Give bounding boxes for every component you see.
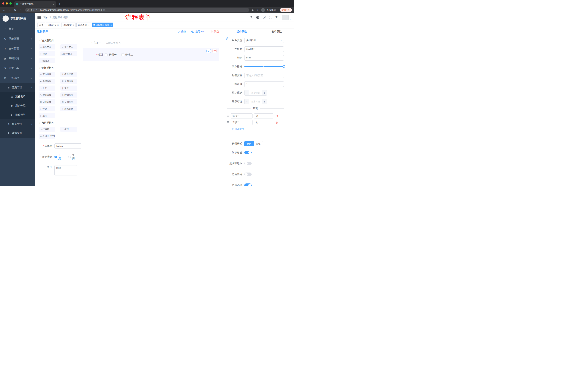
- component-item[interactable]: 123 计数器: [60, 51, 77, 56]
- component-item[interactable]: ⋔ 级联选择: [60, 72, 77, 77]
- sidebar-item[interactable]: ⋔ 任务管理 ∨: [0, 119, 35, 128]
- toggle-switch[interactable]: [244, 183, 252, 186]
- component-item[interactable]: ☆ 评分: [39, 106, 55, 111]
- component-type-select[interactable]: 多选框组 ∨: [244, 38, 284, 43]
- checkbox-box[interactable]: [105, 53, 107, 56]
- min-select-input[interactable]: [249, 90, 262, 95]
- drag-handle-icon[interactable]: ☰: [227, 114, 229, 117]
- drag-handle-icon[interactable]: ☰: [227, 121, 229, 124]
- view-tag[interactable]: 流程表单-编辑 ×: [92, 22, 114, 27]
- component-item[interactable]: ≡ 多行文本: [60, 44, 77, 50]
- sidebar-item[interactable]: ▣ 基础设施 ∨: [0, 53, 35, 63]
- remove-option-icon[interactable]: ⊖: [275, 121, 278, 124]
- label-width-input[interactable]: [244, 73, 284, 78]
- component-item[interactable]: ◫ 行容器: [39, 127, 55, 132]
- max-select-input[interactable]: [249, 99, 262, 104]
- search-icon[interactable]: [249, 16, 253, 19]
- decrease-button[interactable]: −: [244, 90, 249, 95]
- style-default-button[interactable]: 默认: [244, 141, 254, 146]
- sidebar-item[interactable]: ◔ 首页: [0, 24, 35, 34]
- remark-textarea[interactable]: 嘿嘿: [54, 165, 77, 175]
- component-item[interactable]: ◎ 下拉选择: [39, 72, 55, 77]
- form-grid-slider[interactable]: [244, 65, 284, 68]
- form-name-input[interactable]: [54, 143, 81, 149]
- tag-close-icon[interactable]: ×: [110, 24, 112, 26]
- decrease-button[interactable]: −: [244, 99, 249, 104]
- default-value-input[interactable]: [244, 81, 284, 87]
- view-tag[interactable]: 首页 ×: [37, 22, 45, 27]
- form-field-phone[interactable]: *手机号: [83, 40, 219, 46]
- link-icon[interactable]: [225, 37, 229, 40]
- font-size-icon[interactable]: TT: [275, 16, 278, 19]
- github-icon[interactable]: [256, 16, 259, 19]
- copy-component-button[interactable]: [206, 49, 211, 53]
- sidebar-item[interactable]: ▶ 流程模型: [0, 110, 35, 119]
- tag-close-icon[interactable]: ×: [88, 24, 89, 26]
- toggle-switch[interactable]: [244, 172, 252, 176]
- clear-button[interactable]: 清空: [210, 30, 219, 33]
- breadcrumb-home[interactable]: 首页: [43, 16, 48, 19]
- sidebar-item[interactable]: ⊞ 工作流程 ∧: [0, 73, 35, 83]
- sidebar-item[interactable]: ♟ 请假查询: [0, 128, 35, 138]
- component-item[interactable]: ☝ 按钮: [60, 127, 77, 132]
- help-icon[interactable]: ?: [263, 16, 266, 19]
- reload-icon[interactable]: ↻: [13, 8, 18, 12]
- tab-form-props[interactable]: 表单属性: [259, 28, 294, 35]
- component-item[interactable]: ▦ 日期选择: [39, 99, 55, 105]
- security-warning-icon[interactable]: ⚠: [27, 9, 29, 11]
- checkbox-option[interactable]: 选项一: [105, 53, 117, 56]
- toggle-switch[interactable]: [244, 162, 252, 165]
- component-item[interactable]: ↥ 上传: [39, 113, 55, 118]
- sidebar-item[interactable]: ☻ 用户分组: [0, 101, 35, 110]
- component-item[interactable]: ╪ 滑块: [60, 85, 77, 91]
- tag-close-icon[interactable]: ×: [57, 24, 59, 26]
- fullscreen-icon[interactable]: [269, 16, 272, 19]
- sidebar-toggle-icon[interactable]: [35, 16, 43, 19]
- toggle-switch[interactable]: [244, 151, 252, 154]
- view-tag[interactable]: 流程定义 ×: [46, 22, 60, 27]
- tag-close-icon[interactable]: ×: [73, 24, 74, 26]
- zoom-window-button[interactable]: [10, 2, 12, 5]
- component-item[interactable]: ∗ 密码: [39, 51, 55, 56]
- phone-input[interactable]: [103, 40, 219, 46]
- component-item[interactable]: ◷ 时间选择: [39, 93, 55, 97]
- radio-open[interactable]: 开启: [54, 154, 63, 160]
- field-name-input[interactable]: [244, 46, 284, 52]
- close-window-button[interactable]: [2, 2, 4, 5]
- minimize-window-button[interactable]: [6, 2, 8, 5]
- title-input[interactable]: [244, 55, 284, 61]
- component-item[interactable]: ⊸ 开关: [39, 85, 55, 91]
- tab-component-props[interactable]: 组件属性: [224, 28, 259, 35]
- browser-tab[interactable]: 芋道管理系统 ×: [14, 1, 56, 7]
- url-bar[interactable]: ⚠ 不安全 dashboard.yudao.iocoder.cn/bpm/man…: [25, 8, 249, 12]
- checkbox-box[interactable]: [121, 53, 124, 56]
- forward-icon[interactable]: →: [7, 9, 12, 12]
- component-item[interactable]: ▧ 日期范围: [60, 99, 77, 105]
- increase-button[interactable]: +: [262, 90, 267, 95]
- radio-closed[interactable]: 关闭: [68, 154, 77, 160]
- view-tag[interactable]: 流程表单 ×: [76, 22, 91, 27]
- checkbox-option[interactable]: 选项二: [121, 53, 133, 56]
- slider-handle[interactable]: [283, 65, 285, 68]
- sidebar-item[interactable]: ≣ 流程管理 ∧: [0, 83, 35, 92]
- component-item[interactable]: ▦ 表格[开发中]: [39, 134, 55, 139]
- view-tag[interactable]: 流程模型 ×: [61, 22, 76, 27]
- add-option-link[interactable]: ⊕ 添加选项: [231, 127, 244, 130]
- delete-component-button[interactable]: [212, 49, 217, 53]
- option-value-input[interactable]: [254, 113, 273, 118]
- component-item[interactable]: 编辑器: [39, 58, 55, 63]
- browser-menu-icon[interactable]: ⋮: [288, 9, 290, 11]
- sidebar-item[interactable]: ¥ 支付管理 ∨: [0, 44, 35, 53]
- remove-option-icon[interactable]: ⊖: [275, 115, 278, 117]
- bookmark-star-icon[interactable]: ☆: [257, 9, 259, 11]
- tab-close-icon[interactable]: ×: [53, 2, 55, 6]
- password-key-icon[interactable]: [251, 9, 254, 12]
- view-json-button[interactable]: 查看json: [191, 30, 205, 33]
- component-item[interactable]: ▭ 单行文本: [39, 44, 55, 50]
- home-icon[interactable]: ⌂: [18, 9, 23, 12]
- browser-update-button[interactable]: 更新 ⋮: [280, 8, 292, 12]
- user-avatar[interactable]: ▼: [282, 15, 291, 20]
- component-item[interactable]: ☑ 多选框组: [60, 79, 77, 84]
- form-field-gender[interactable]: *性别 选项一 选项二: [83, 48, 219, 61]
- sidebar-item[interactable]: ▤ 流程表单: [0, 92, 35, 101]
